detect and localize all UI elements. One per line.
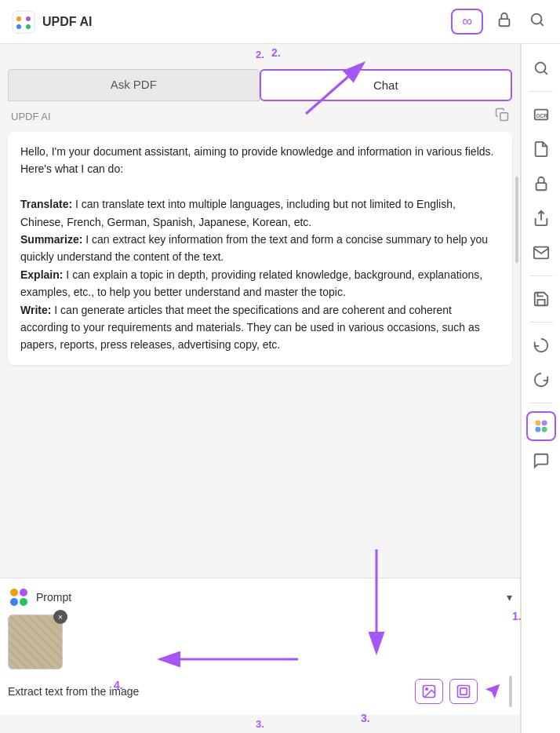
header-right: ∞ xyxy=(451,8,549,35)
svg-point-8 xyxy=(10,589,18,596)
remove-attachment-button[interactable]: × xyxy=(53,610,67,624)
save-icon xyxy=(533,290,550,308)
scrollbar-thumb[interactable] xyxy=(515,177,518,263)
infinity-icon: ∞ xyxy=(462,13,472,30)
tab-chat-label: Chat xyxy=(373,78,398,92)
sidebar-save-button[interactable] xyxy=(526,284,556,314)
svg-rect-0 xyxy=(13,11,35,33)
prompt-left: Prompt xyxy=(8,586,71,608)
image-upload-button[interactable] xyxy=(415,679,443,704)
search-icon xyxy=(529,11,546,28)
image-attachment: × xyxy=(8,614,63,669)
search-button[interactable] xyxy=(525,8,549,35)
ocr-icon: OCR xyxy=(533,106,550,123)
sidebar-divider-1 xyxy=(529,91,553,92)
svg-point-21 xyxy=(541,420,547,425)
svg-point-10 xyxy=(10,598,18,606)
svg-point-16 xyxy=(535,63,545,73)
screenshot-icon xyxy=(456,684,471,699)
tab-chat[interactable]: Chat xyxy=(260,69,513,101)
sidebar-search-button[interactable] xyxy=(526,53,556,83)
chat-area[interactable]: Hello, I'm your document assistant, aimi… xyxy=(0,132,520,578)
tab-bar: Ask PDF Chat xyxy=(0,61,520,101)
svg-text:OCR: OCR xyxy=(536,113,547,119)
input-scrollbar[interactable] xyxy=(509,676,512,707)
attachment-thumbnail xyxy=(8,614,63,669)
chat-input[interactable] xyxy=(8,682,409,701)
svg-point-13 xyxy=(426,688,428,691)
prompt-bar: Prompt ▾ xyxy=(8,586,512,608)
header: UPDF AI ∞ xyxy=(0,0,560,44)
svg-point-4 xyxy=(26,24,31,29)
tab-ask-pdf-label: Ask PDF xyxy=(111,78,157,91)
step3-indicator: 3. xyxy=(0,715,520,733)
sidebar-share-button[interactable] xyxy=(526,203,556,233)
sidebar-undo-button[interactable] xyxy=(526,330,556,360)
step2-indicator: 2. xyxy=(256,49,264,60)
sidebar-comment-button[interactable] xyxy=(526,446,556,476)
copy-icon xyxy=(495,108,509,122)
lock-button[interactable] xyxy=(493,8,516,35)
tab-ask-pdf[interactable]: Ask PDF xyxy=(8,69,260,101)
redo-icon xyxy=(533,371,550,388)
lock-icon xyxy=(496,11,513,28)
input-area: Prompt ▾ × xyxy=(0,578,520,715)
sidebar-divider-3 xyxy=(529,322,553,323)
comment-icon xyxy=(533,452,550,469)
infinity-button[interactable]: ∞ xyxy=(451,9,483,35)
app-title: UPDF AI xyxy=(42,15,92,29)
svg-rect-15 xyxy=(460,688,467,695)
message-content: Hello, I'm your document assistant, aimi… xyxy=(20,145,493,351)
svg-rect-19 xyxy=(536,183,546,190)
sidebar-updf-ai-button[interactable] xyxy=(526,411,556,441)
right-sidebar: OCR xyxy=(521,44,560,733)
header-left: UPDF AI xyxy=(11,9,92,35)
updf-ai-label: UPDF AI xyxy=(11,111,51,122)
scan-doc-icon xyxy=(533,140,550,158)
svg-rect-14 xyxy=(458,686,470,698)
svg-rect-7 xyxy=(500,113,508,121)
share-icon xyxy=(533,210,550,227)
svg-point-9 xyxy=(20,589,27,596)
svg-rect-5 xyxy=(500,19,510,26)
prompt-label: Prompt xyxy=(36,591,71,604)
svg-point-2 xyxy=(26,16,31,21)
svg-point-20 xyxy=(535,420,540,425)
close-icon: × xyxy=(58,613,63,622)
send-icon xyxy=(484,683,501,700)
image-icon xyxy=(421,684,437,699)
sidebar-lock-icon xyxy=(533,175,550,192)
left-panel: 2. Ask PDF Chat UPDF AI Hello, I' xyxy=(0,44,521,733)
updf-ai-label-bar: UPDF AI xyxy=(0,101,520,132)
updf-ai-sidebar-icon xyxy=(533,418,550,435)
text-input-row xyxy=(8,676,512,707)
send-button[interactable] xyxy=(484,683,501,700)
sidebar-search-icon xyxy=(533,60,550,77)
sidebar-scan-button[interactable] xyxy=(526,134,556,164)
svg-point-23 xyxy=(541,427,547,432)
prompt-chevron-icon: ▾ xyxy=(507,591,512,604)
sidebar-divider-2 xyxy=(529,275,553,276)
svg-point-1 xyxy=(16,16,21,21)
svg-point-22 xyxy=(535,427,540,432)
sidebar-email-button[interactable] xyxy=(526,238,556,268)
thumbnail-image xyxy=(9,615,62,669)
svg-point-6 xyxy=(532,14,542,24)
sidebar-divider-4 xyxy=(529,403,553,403)
chat-message: Hello, I'm your document assistant, aimi… xyxy=(8,132,512,365)
sidebar-lock-button[interactable] xyxy=(526,169,556,199)
main-layout: 2. Ask PDF Chat UPDF AI Hello, I' xyxy=(0,44,560,733)
prompt-dots-icon xyxy=(8,586,30,608)
sidebar-redo-button[interactable] xyxy=(526,365,556,395)
screenshot-button[interactable] xyxy=(449,679,478,704)
copy-button[interactable] xyxy=(495,108,509,126)
sidebar-ocr-button[interactable]: OCR xyxy=(526,100,556,129)
svg-point-3 xyxy=(16,24,21,29)
undo-icon xyxy=(533,337,550,354)
updf-logo-icon xyxy=(11,9,36,35)
email-icon xyxy=(533,244,550,261)
svg-point-11 xyxy=(20,598,27,606)
